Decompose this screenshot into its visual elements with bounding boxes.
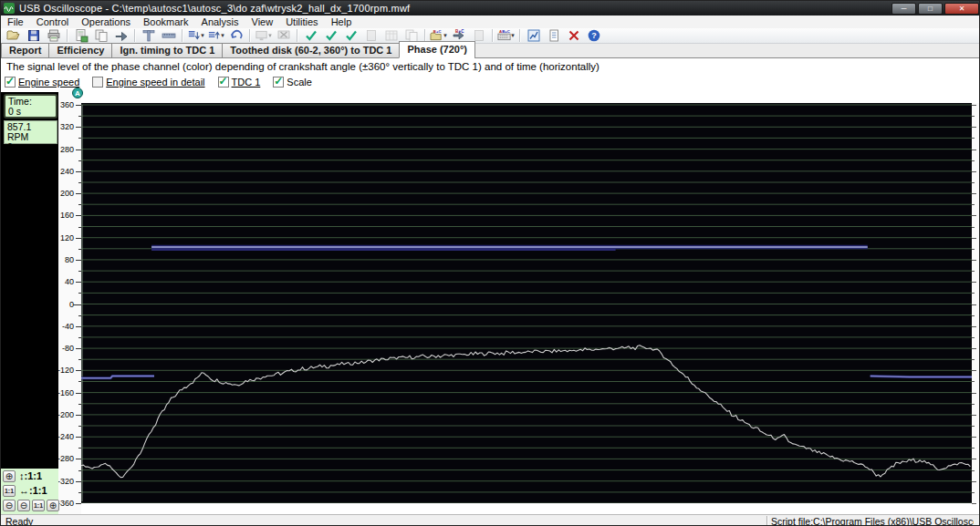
- checkbox-label[interactable]: Scale: [287, 77, 312, 88]
- checked-checkbox-icon[interactable]: [218, 77, 229, 88]
- minimize-button[interactable]: ─: [891, 3, 916, 15]
- tab-toothed-disk-60-2-360-to-tdc-1[interactable]: Toothed disk (60-2, 360°) to TDC 1: [222, 43, 400, 58]
- toolbar-button-save[interactable]: [24, 27, 44, 44]
- menu-item-help[interactable]: Help: [325, 15, 359, 28]
- zoom-in-horizontal-button[interactable]: ⊕: [47, 500, 59, 511]
- maximize-button[interactable]: □: [918, 3, 943, 15]
- toolbar-button-export-report[interactable]: [71, 27, 91, 44]
- delete-x-icon: [567, 28, 581, 43]
- dropdown-arrow-icon[interactable]: ▼: [267, 33, 273, 38]
- toolbar-button-help[interactable]: ?: [584, 27, 604, 44]
- toolbar-button-copy-pages[interactable]: [91, 27, 111, 44]
- checked-checkbox-icon[interactable]: [5, 77, 16, 88]
- menu-item-operations[interactable]: Operations: [75, 15, 137, 28]
- toolbar-button-undo[interactable]: [226, 27, 246, 44]
- checkbox-engine-speed-in-detail[interactable]: Engine speed in detail: [92, 77, 204, 88]
- right-axis-tick: [972, 370, 976, 371]
- checkbox-label[interactable]: Engine speed in detail: [106, 77, 204, 88]
- right-axis-tick: [972, 315, 975, 316]
- y-axis-label: 360: [60, 100, 74, 109]
- ruler-icon: [162, 28, 176, 43]
- toolbar-button-measure-tsquare[interactable]: [139, 27, 159, 44]
- menu-item-file[interactable]: File: [1, 15, 30, 28]
- reset-horizontal-button[interactable]: 1:1: [32, 500, 45, 511]
- svg-text:+C: +C: [436, 29, 442, 34]
- title-bar[interactable]: USB Oscilloscope - C:\temp\autosc1\autos…: [1, 1, 980, 15]
- tab-report[interactable]: Report: [1, 43, 49, 58]
- toolbar-button-measure-ruler[interactable]: [159, 27, 179, 44]
- horizontal-scale-label: ↔:1:1: [19, 485, 47, 496]
- y-axis-label: 80: [65, 255, 74, 264]
- zoom-in-vertical-button[interactable]: ⊕: [3, 470, 16, 482]
- plot-area[interactable]: [81, 103, 972, 503]
- right-axis-tick: [972, 160, 975, 161]
- menu-item-bookmark[interactable]: Bookmark: [137, 15, 195, 28]
- y-axis-label: -280: [57, 454, 74, 463]
- toolbar-button-print[interactable]: [44, 27, 64, 44]
- dropdown-arrow-icon[interactable]: ▼: [510, 33, 516, 38]
- right-axis-tick: [972, 426, 975, 427]
- tab-bar: ReportEfficiencyIgn. timing to TDC 1Toot…: [1, 44, 980, 58]
- y-axis-label: 120: [60, 233, 74, 242]
- script-file-status: Script file:C:\Program Files (x86)\USB O…: [766, 516, 974, 526]
- reset-scale-button[interactable]: 1:1: [3, 485, 16, 497]
- export-report-icon: [74, 28, 89, 43]
- unchecked-checkbox-icon[interactable]: [92, 77, 103, 88]
- waveform-plot[interactable]: [81, 103, 972, 503]
- toolbar-button-delete[interactable]: [564, 27, 584, 44]
- menu-item-analysis[interactable]: Analysis: [195, 15, 245, 28]
- description-row: The signal level of the phase channel (c…: [1, 58, 980, 75]
- right-axis-tick: [972, 404, 975, 405]
- tab-ign-timing-to-tdc-1[interactable]: Ign. timing to TDC 1: [111, 43, 223, 58]
- toolbar-button-verify-1[interactable]: [301, 27, 321, 44]
- tab-efficiency[interactable]: Efficiency: [48, 43, 112, 58]
- y-axis-label: -40: [62, 322, 74, 331]
- checkbox-engine-speed[interactable]: Engine speed: [5, 77, 79, 88]
- app-icon: [4, 3, 15, 14]
- menu-item-view[interactable]: View: [245, 15, 280, 28]
- right-axis-tick: [972, 337, 975, 338]
- right-axis-tick: [972, 116, 975, 117]
- list-down-icon: [187, 28, 201, 43]
- dropdown-arrow-icon[interactable]: ▼: [200, 33, 205, 38]
- time-readout: Time: 0 s: [4, 94, 57, 119]
- resize-grip[interactable]: [974, 516, 980, 526]
- menu-item-utilities[interactable]: Utilities: [279, 15, 324, 28]
- checkbox-tdc-1[interactable]: TDC 1: [218, 77, 261, 88]
- checked-checkbox-icon[interactable]: [273, 77, 284, 88]
- toolbar-button-chart-view[interactable]: [524, 27, 544, 44]
- toolbar-button-display-windows: ▼: [254, 27, 274, 44]
- zoom-panel-row: 1:1↔:1:1: [1, 483, 58, 498]
- toolbar-button-report-view[interactable]: [544, 27, 564, 44]
- zoom-out-vertical-button[interactable]: ⊖: [3, 500, 16, 511]
- dropdown-arrow-icon[interactable]: ▼: [443, 33, 448, 38]
- print-icon: [47, 28, 61, 43]
- toolbar-button-send[interactable]: [111, 27, 131, 44]
- right-axis-tick: [972, 415, 976, 416]
- toolbar-button-load-list[interactable]: ▼: [186, 27, 206, 44]
- toolbar-button-verify-2[interactable]: [321, 27, 341, 44]
- chart-region: Time: 0 s 857.1 RPM 0 360320280240200160…: [1, 89, 980, 514]
- right-axis-tick: [972, 249, 975, 250]
- checkbox-label[interactable]: TDC 1: [232, 77, 261, 88]
- right-axis-tick: [972, 227, 975, 228]
- toolbar-button-open[interactable]: [4, 27, 24, 44]
- undo-icon: [229, 28, 244, 43]
- toolbar-button-save-list[interactable]: ▼: [206, 27, 226, 44]
- tab-phase-720[interactable]: Phase (720°): [399, 41, 475, 58]
- dropdown-arrow-icon[interactable]: ▼: [220, 33, 225, 38]
- checkbox-scale[interactable]: Scale: [273, 77, 312, 88]
- toolbar-button-verify-3[interactable]: [341, 27, 361, 44]
- menu-item-control[interactable]: Control: [30, 15, 75, 28]
- toolbar-button-keyboard-shortcuts[interactable]: AB+C▼: [496, 27, 516, 44]
- checkbox-row: Engine speedEngine speed in detailTDC 1S…: [1, 75, 980, 89]
- time-value: 0 s: [8, 107, 53, 117]
- checkbox-label[interactable]: Engine speed: [18, 77, 79, 88]
- right-axis-tick: [972, 459, 976, 459]
- right-axis-tick: [972, 304, 976, 305]
- cursor-marker-a[interactable]: A: [72, 88, 83, 98]
- close-button[interactable]: ✕: [944, 3, 979, 15]
- zoom-out-horizontal-button[interactable]: ⊖: [17, 500, 30, 511]
- check-icon: [344, 28, 359, 43]
- square-icon: [364, 28, 379, 43]
